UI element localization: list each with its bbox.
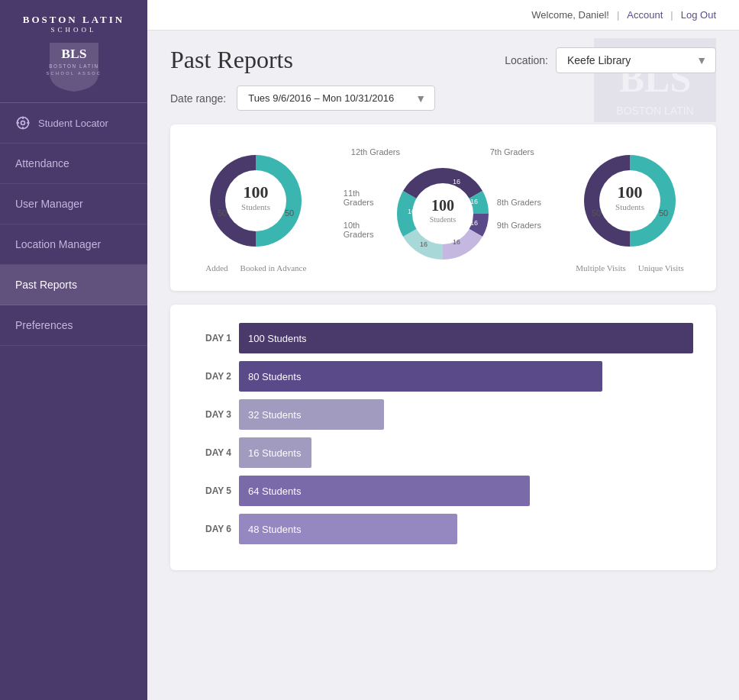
bar-day3-fill: 32 Students: [239, 399, 384, 430]
bar-row-day1: DAY 1 100 Students: [193, 323, 693, 353]
donut-multiple-unique: 100 Students 50 50 Multiple Visits Uniqu…: [576, 147, 683, 273]
sidebar-item-user-manager[interactable]: User Manager: [0, 184, 147, 224]
bar-day4-track: 16 Students: [239, 437, 693, 468]
donut-added-booked-labels: Added Booked in Advance: [205, 263, 306, 273]
svg-text:100: 100: [431, 197, 454, 214]
location-dropdown[interactable]: Keefe Library Main Office Gym Cafeteria: [556, 47, 716, 73]
bar-row-day4: DAY 4 16 Students: [193, 437, 693, 468]
bar-day2-label: DAY 2: [193, 371, 231, 382]
svg-text:16: 16: [420, 240, 428, 248]
bar-day1-track: 100 Students: [239, 323, 693, 353]
bar-row-day3: DAY 3 32 Students: [193, 399, 693, 430]
page-title: Past Reports: [170, 46, 293, 74]
topbar-separator-2: |: [670, 9, 673, 21]
svg-text:100: 100: [244, 182, 269, 202]
svg-text:50: 50: [659, 208, 668, 218]
bar-day5-fill: 64 Students: [239, 476, 530, 506]
sidebar-item-preferences[interactable]: Preferences: [0, 305, 147, 346]
student-locator-label: Student Locator: [38, 118, 108, 129]
bar-day3-track: 32 Students: [239, 399, 693, 430]
bar-day2-track: 80 Students: [239, 361, 693, 392]
donut-grade-chart: 100 Students 16 16 16 16 16 16: [393, 164, 492, 263]
unique-visits-label: Unique Visits: [638, 263, 684, 273]
svg-text:16: 16: [408, 208, 415, 215]
page-header: Past Reports BLS BOSTON LATIN SCHOOL Loc…: [147, 31, 739, 85]
grade-10th-label: 10th Graders: [344, 221, 389, 239]
logout-link[interactable]: Log Out: [681, 9, 716, 21]
svg-text:Students: Students: [241, 202, 270, 211]
watermark: BLS BOSTON LATIN SCHOOL: [571, 31, 739, 122]
locator-icon: [15, 115, 31, 131]
svg-point-17: [412, 183, 473, 244]
bar-row-day6: DAY 6 48 Students: [193, 514, 693, 544]
account-link[interactable]: Account: [627, 9, 663, 21]
svg-text:16: 16: [453, 238, 460, 246]
svg-text:100: 100: [618, 182, 643, 202]
content-area: Date range: Tues 9/6/2016 – Mon 10/31/20…: [147, 85, 739, 700]
sidebar-item-location-manager[interactable]: Location Manager: [0, 224, 147, 265]
added-label: Added: [205, 263, 228, 273]
bar-day1-label: DAY 1: [193, 333, 231, 344]
multiple-visits-label: Multiple Visits: [576, 263, 625, 273]
bar-day6-label: DAY 6: [193, 524, 231, 534]
booked-label: Booked in Advance: [240, 263, 307, 273]
svg-text:BOSTON LATIN: BOSTON LATIN: [49, 63, 98, 69]
bar-day6-track: 48 Students: [239, 514, 693, 544]
location-label: Location:: [505, 54, 548, 66]
main-content: Welcome, Daniel! | Account | Log Out Pas…: [147, 0, 739, 700]
sidebar-item-past-reports[interactable]: Past Reports: [0, 265, 147, 305]
grade-8th-label: 8th Graders: [497, 198, 541, 207]
donut-charts-row: 100 Students 50 50 Added Booked in Advan…: [186, 147, 701, 273]
donut-multiple-unique-labels: Multiple Visits Unique Visits: [576, 263, 683, 273]
grade-12th-label: 12th Graders: [351, 147, 400, 156]
bar-chart-card: DAY 1 100 Students DAY 2 80 Students DAY…: [170, 305, 716, 570]
bar-day2-fill: 80 Students: [239, 361, 602, 392]
date-range-dropdown-wrapper: Tues 9/6/2016 – Mon 10/31/2016 ▼: [237, 85, 435, 111]
school-name-line1: BOSTON LATIN: [0, 14, 147, 26]
topbar: Welcome, Daniel! | Account | Log Out: [147, 0, 739, 31]
donut-added-booked: 100 Students 50 50 Added Booked in Advan…: [202, 147, 309, 273]
bar-row-day2: DAY 2 80 Students: [193, 361, 693, 392]
donut-grade-breakdown: 12th Graders 7th Graders 11th Graders 10…: [344, 147, 542, 263]
charts-card: 100 Students 50 50 Added Booked in Advan…: [170, 124, 716, 291]
date-range-label: Date range:: [170, 92, 226, 105]
bar-day5-label: DAY 5: [193, 485, 231, 496]
bar-day1-fill: 100 Students: [239, 323, 693, 353]
bar-day5-track: 64 Students: [239, 476, 693, 506]
donut-added-booked-chart: 100 Students 50 50: [202, 147, 309, 254]
svg-text:BOSTON LATIN: BOSTON LATIN: [616, 105, 693, 117]
location-selector: Location: Keefe Library Main Office Gym …: [505, 47, 716, 73]
sidebar-item-student-locator[interactable]: Student Locator: [0, 103, 147, 144]
svg-text:SCHOOL: SCHOOL: [636, 121, 675, 122]
svg-text:16: 16: [470, 219, 478, 227]
donut-multiple-unique-chart: 100 Students 50 50: [576, 147, 683, 254]
bar-day3-label: DAY 3: [193, 409, 231, 420]
sidebar-item-attendance[interactable]: Attendance: [0, 144, 147, 184]
bar-day4-label: DAY 4: [193, 447, 231, 458]
location-dropdown-wrapper: Keefe Library Main Office Gym Cafeteria …: [556, 47, 716, 73]
svg-text:50: 50: [285, 208, 294, 218]
blsa-shield-icon: BLS BOSTON LATIN SCHOOL ASSOC: [44, 40, 105, 92]
sidebar-logo: BOSTON LATIN SCHOOL BLS BOSTON LATIN SCH…: [0, 0, 147, 103]
svg-text:16: 16: [453, 178, 460, 185]
sidebar: BOSTON LATIN SCHOOL BLS BOSTON LATIN SCH…: [0, 0, 147, 700]
svg-text:BLS: BLS: [61, 46, 86, 61]
date-range-dropdown[interactable]: Tues 9/6/2016 – Mon 10/31/2016: [237, 85, 435, 111]
bar-day6-fill: 48 Students: [239, 514, 457, 544]
svg-text:Students: Students: [430, 215, 457, 224]
topbar-separator-1: |: [617, 9, 619, 21]
bar-day4-fill: 16 Students: [239, 437, 311, 468]
svg-text:50: 50: [592, 208, 601, 218]
svg-text:Students: Students: [615, 202, 644, 211]
svg-point-4: [21, 121, 25, 125]
welcome-text: Welcome, Daniel!: [531, 9, 609, 21]
school-name-line2: SCHOOL: [0, 26, 147, 34]
grade-11th-label: 11th Graders: [344, 189, 389, 207]
svg-text:SCHOOL ASSOC: SCHOOL ASSOC: [46, 71, 102, 76]
grade-9th-label: 9th Graders: [497, 221, 541, 230]
grade-7th-label: 7th Graders: [490, 147, 534, 156]
svg-text:50: 50: [218, 208, 227, 218]
svg-text:16: 16: [470, 198, 478, 205]
bar-row-day5: DAY 5 64 Students: [193, 476, 693, 506]
